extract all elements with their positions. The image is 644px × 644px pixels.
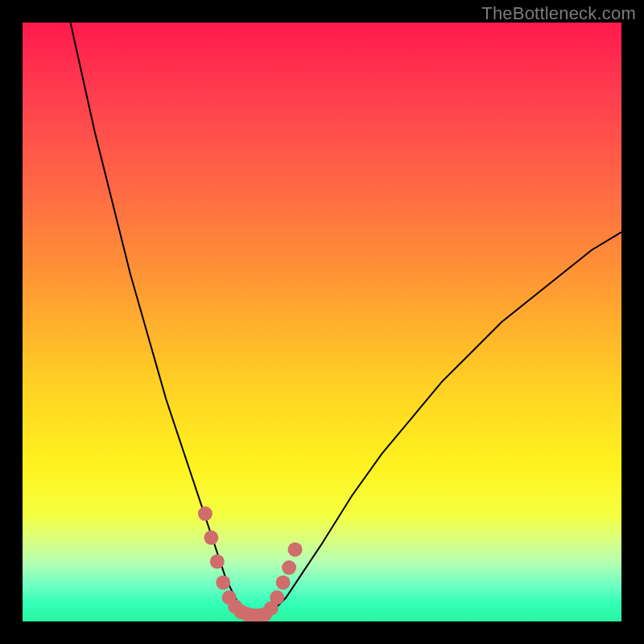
- curve-marker: [216, 576, 230, 590]
- chart-frame: TheBottleneck.com: [0, 0, 644, 644]
- watermark-text: TheBottleneck.com: [481, 3, 636, 24]
- plot-area: [23, 23, 621, 621]
- curve-marker: [276, 576, 291, 590]
- curve-marker: [210, 555, 225, 569]
- curve-svg: [23, 23, 621, 621]
- curve-marker: [282, 560, 296, 575]
- curve-marker: [288, 543, 303, 557]
- curve-markers: [198, 506, 303, 621]
- bottleneck-curve: [71, 23, 621, 616]
- curve-marker: [204, 530, 218, 545]
- curve-marker: [198, 506, 213, 521]
- curve-marker: [270, 590, 284, 605]
